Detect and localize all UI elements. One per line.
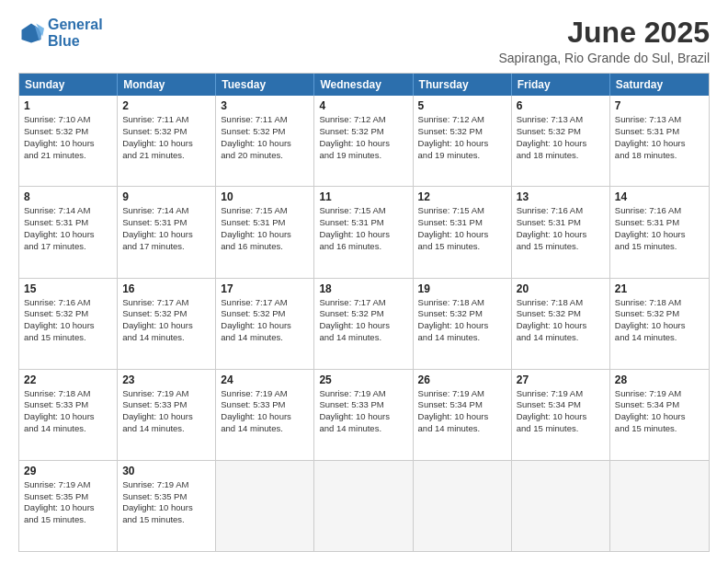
- calendar-header-cell: Wednesday: [314, 74, 413, 96]
- calendar-cell: 25Sunrise: 7:19 AMSunset: 5:33 PMDayligh…: [314, 370, 413, 460]
- cell-text: Sunrise: 7:12 AMSunset: 5:32 PMDaylight:…: [418, 114, 506, 161]
- cell-text: Sunrise: 7:13 AMSunset: 5:31 PMDaylight:…: [615, 114, 704, 161]
- calendar-cell: 17Sunrise: 7:17 AMSunset: 5:32 PMDayligh…: [216, 279, 314, 369]
- day-number: 2: [122, 99, 210, 112]
- calendar-cell: 29Sunrise: 7:19 AMSunset: 5:35 PMDayligh…: [19, 461, 118, 551]
- day-number: 24: [221, 373, 309, 386]
- cell-text: Sunrise: 7:19 AMSunset: 5:35 PMDaylight:…: [24, 479, 112, 526]
- calendar-cell: [512, 461, 610, 551]
- cell-text: Sunrise: 7:16 AMSunset: 5:32 PMDaylight:…: [24, 297, 112, 344]
- cell-text: Sunrise: 7:19 AMSunset: 5:35 PMDaylight:…: [122, 479, 210, 526]
- calendar-cell: 21Sunrise: 7:18 AMSunset: 5:32 PMDayligh…: [610, 279, 709, 369]
- calendar-cell: 16Sunrise: 7:17 AMSunset: 5:32 PMDayligh…: [118, 279, 216, 369]
- day-number: 26: [418, 373, 506, 386]
- calendar-cell: [610, 461, 709, 551]
- calendar-header-cell: Saturday: [610, 74, 709, 96]
- calendar-body: 1Sunrise: 7:10 AMSunset: 5:32 PMDaylight…: [19, 96, 709, 551]
- day-number: 1: [24, 99, 112, 112]
- day-number: 10: [221, 190, 309, 203]
- calendar-header-cell: Sunday: [19, 74, 118, 96]
- cell-text: Sunrise: 7:13 AMSunset: 5:32 PMDaylight:…: [517, 114, 605, 161]
- calendar-header: SundayMondayTuesdayWednesdayThursdayFrid…: [19, 74, 709, 96]
- day-number: 21: [615, 282, 704, 295]
- calendar-cell: 14Sunrise: 7:16 AMSunset: 5:31 PMDayligh…: [610, 187, 709, 277]
- day-number: 20: [517, 282, 605, 295]
- day-number: 27: [517, 373, 605, 386]
- page: General Blue June 2025 Sapiranga, Rio Gr…: [0, 0, 728, 563]
- day-number: 22: [24, 373, 112, 386]
- logo: General Blue: [18, 17, 103, 49]
- cell-text: Sunrise: 7:15 AMSunset: 5:31 PMDaylight:…: [221, 205, 309, 252]
- calendar-cell: 3Sunrise: 7:11 AMSunset: 5:32 PMDaylight…: [216, 96, 314, 186]
- cell-text: Sunrise: 7:17 AMSunset: 5:32 PMDaylight:…: [319, 297, 407, 344]
- day-number: 6: [517, 99, 605, 112]
- day-number: 11: [319, 190, 407, 203]
- calendar-cell: 15Sunrise: 7:16 AMSunset: 5:32 PMDayligh…: [19, 279, 118, 369]
- day-number: 8: [24, 190, 112, 203]
- cell-text: Sunrise: 7:16 AMSunset: 5:31 PMDaylight:…: [615, 205, 704, 252]
- day-number: 16: [122, 282, 210, 295]
- calendar-cell: 2Sunrise: 7:11 AMSunset: 5:32 PMDaylight…: [118, 96, 216, 186]
- cell-text: Sunrise: 7:14 AMSunset: 5:31 PMDaylight:…: [24, 205, 112, 252]
- cell-text: Sunrise: 7:19 AMSunset: 5:33 PMDaylight:…: [122, 388, 210, 435]
- day-number: 15: [24, 282, 112, 295]
- cell-text: Sunrise: 7:17 AMSunset: 5:32 PMDaylight:…: [122, 297, 210, 344]
- calendar-cell: 24Sunrise: 7:19 AMSunset: 5:33 PMDayligh…: [216, 370, 314, 460]
- calendar-cell: 22Sunrise: 7:18 AMSunset: 5:33 PMDayligh…: [19, 370, 118, 460]
- calendar-cell: 28Sunrise: 7:19 AMSunset: 5:34 PMDayligh…: [610, 370, 709, 460]
- day-number: 19: [418, 282, 506, 295]
- calendar-header-cell: Monday: [118, 74, 216, 96]
- cell-text: Sunrise: 7:18 AMSunset: 5:32 PMDaylight:…: [517, 297, 605, 344]
- cell-text: Sunrise: 7:19 AMSunset: 5:34 PMDaylight:…: [418, 388, 506, 435]
- day-number: 9: [122, 190, 210, 203]
- main-title: June 2025: [498, 17, 710, 49]
- day-number: 17: [221, 282, 309, 295]
- calendar-cell: 23Sunrise: 7:19 AMSunset: 5:33 PMDayligh…: [118, 370, 216, 460]
- cell-text: Sunrise: 7:14 AMSunset: 5:31 PMDaylight:…: [122, 205, 210, 252]
- day-number: 7: [615, 99, 704, 112]
- calendar: SundayMondayTuesdayWednesdayThursdayFrid…: [18, 73, 710, 552]
- calendar-cell: 4Sunrise: 7:12 AMSunset: 5:32 PMDaylight…: [314, 96, 413, 186]
- calendar-cell: 12Sunrise: 7:15 AMSunset: 5:31 PMDayligh…: [414, 187, 512, 277]
- day-number: 25: [319, 373, 407, 386]
- cell-text: Sunrise: 7:19 AMSunset: 5:34 PMDaylight:…: [517, 388, 605, 435]
- day-number: 12: [418, 190, 506, 203]
- calendar-row: 1Sunrise: 7:10 AMSunset: 5:32 PMDaylight…: [19, 96, 709, 186]
- day-number: 28: [615, 373, 704, 386]
- logo-icon: [18, 20, 44, 46]
- day-number: 13: [517, 190, 605, 203]
- calendar-row: 8Sunrise: 7:14 AMSunset: 5:31 PMDaylight…: [19, 186, 709, 277]
- cell-text: Sunrise: 7:10 AMSunset: 5:32 PMDaylight:…: [24, 114, 112, 161]
- cell-text: Sunrise: 7:11 AMSunset: 5:32 PMDaylight:…: [122, 114, 210, 161]
- cell-text: Sunrise: 7:19 AMSunset: 5:33 PMDaylight:…: [221, 388, 309, 435]
- calendar-cell: 8Sunrise: 7:14 AMSunset: 5:31 PMDaylight…: [19, 187, 118, 277]
- cell-text: Sunrise: 7:19 AMSunset: 5:33 PMDaylight:…: [319, 388, 407, 435]
- day-number: 14: [615, 190, 704, 203]
- calendar-row: 29Sunrise: 7:19 AMSunset: 5:35 PMDayligh…: [19, 460, 709, 551]
- logo-text: General Blue: [48, 17, 103, 49]
- calendar-cell: 13Sunrise: 7:16 AMSunset: 5:31 PMDayligh…: [512, 187, 610, 277]
- calendar-row: 22Sunrise: 7:18 AMSunset: 5:33 PMDayligh…: [19, 369, 709, 460]
- calendar-cell: 20Sunrise: 7:18 AMSunset: 5:32 PMDayligh…: [512, 279, 610, 369]
- day-number: 30: [122, 465, 210, 477]
- cell-text: Sunrise: 7:17 AMSunset: 5:32 PMDaylight:…: [221, 297, 309, 344]
- calendar-cell: 1Sunrise: 7:10 AMSunset: 5:32 PMDaylight…: [19, 96, 118, 186]
- day-number: 5: [418, 99, 506, 112]
- calendar-cell: 27Sunrise: 7:19 AMSunset: 5:34 PMDayligh…: [512, 370, 610, 460]
- cell-text: Sunrise: 7:18 AMSunset: 5:32 PMDaylight:…: [615, 297, 704, 344]
- calendar-cell: [414, 461, 512, 551]
- calendar-cell: 9Sunrise: 7:14 AMSunset: 5:31 PMDaylight…: [118, 187, 216, 277]
- calendar-row: 15Sunrise: 7:16 AMSunset: 5:32 PMDayligh…: [19, 278, 709, 369]
- day-number: 29: [24, 465, 112, 477]
- calendar-cell: [216, 461, 314, 551]
- calendar-cell: 10Sunrise: 7:15 AMSunset: 5:31 PMDayligh…: [216, 187, 314, 277]
- calendar-cell: 5Sunrise: 7:12 AMSunset: 5:32 PMDaylight…: [414, 96, 512, 186]
- calendar-header-cell: Friday: [512, 74, 610, 96]
- cell-text: Sunrise: 7:19 AMSunset: 5:34 PMDaylight:…: [615, 388, 704, 435]
- title-block: June 2025 Sapiranga, Rio Grande do Sul, …: [498, 17, 710, 65]
- header: General Blue June 2025 Sapiranga, Rio Gr…: [18, 17, 710, 65]
- cell-text: Sunrise: 7:15 AMSunset: 5:31 PMDaylight:…: [319, 205, 407, 252]
- calendar-cell: 6Sunrise: 7:13 AMSunset: 5:32 PMDaylight…: [512, 96, 610, 186]
- calendar-header-cell: Tuesday: [216, 74, 314, 96]
- cell-text: Sunrise: 7:18 AMSunset: 5:33 PMDaylight:…: [24, 388, 112, 435]
